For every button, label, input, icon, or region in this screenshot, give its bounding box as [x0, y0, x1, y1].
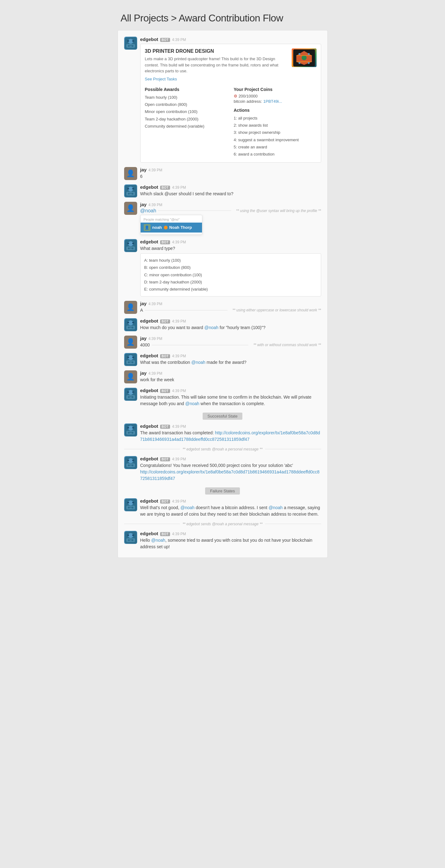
award-item: Team 2-day hackathon (2000): [145, 116, 228, 123]
message-text: The award transaction has completed: htt…: [140, 430, 321, 443]
dropdown-fullname: Noah Thorp: [169, 225, 192, 230]
edgebot-msg11: edgebot BOT 4:39 PM Initiating transacti…: [140, 388, 321, 407]
message-row: edgebot BOT 4:39 PM How much do you want…: [124, 318, 321, 331]
svg-rect-84: [132, 535, 134, 536]
message-text: Hello @noah, someone tried to award you …: [140, 537, 321, 550]
coins-section: Your Project Coins ⚙ 200/10000 bitcoin a…: [234, 87, 317, 104]
message-header: jay 4:39 PM: [140, 202, 321, 207]
avatar-jay: 👤: [124, 167, 137, 180]
award-item: Minor open contribution (100): [145, 108, 228, 115]
svg-point-38: [128, 327, 130, 329]
inline-note: ** using either uppercase or lowercase s…: [232, 308, 321, 312]
svg-point-6: [132, 45, 133, 47]
awards-col: Possible Awards Team hourly (100) Open c…: [145, 87, 228, 158]
mention-noah2: @noah: [268, 505, 282, 510]
mention-noah: @noah: [191, 360, 205, 365]
message-row: edgebot BOT 4:39 PM 3D PRINTER DRONE DES…: [124, 37, 321, 163]
svg-point-78: [128, 507, 130, 508]
award-type-c: C: minor open contribution (100): [144, 271, 317, 278]
bitcoin-addr-link[interactable]: 1PBT49i...: [263, 99, 282, 104]
sender-name: edgebot: [140, 239, 158, 244]
timestamp: 4:39 PM: [172, 389, 186, 393]
svg-point-87: [132, 539, 133, 541]
svg-point-13: [298, 53, 300, 55]
divider-line: [158, 211, 231, 211]
timestamp: 4:39 PM: [172, 424, 186, 429]
svg-rect-35: [127, 322, 129, 323]
avatar-edgebot: [124, 318, 137, 331]
svg-rect-51: [127, 392, 129, 393]
svg-point-70: [128, 464, 130, 466]
actions-list: 1: all projects 2: show awards list 3: s…: [234, 115, 317, 158]
bot-badge: BOT: [160, 186, 170, 190]
message-text: Well that's not good, @noah doesn't have…: [140, 504, 321, 518]
message-header: edgebot BOT 4:39 PM: [140, 498, 321, 503]
jay-msg4: jay 4:39 PM @noah ** using the @user syn…: [140, 202, 321, 235]
edgebot-msg3: edgebot BOT 4:39 PM Which slack @user sh…: [140, 184, 321, 197]
sender-name: edgebot: [140, 498, 158, 503]
message-row: edgebot BOT 4:39 PM The award transactio…: [124, 424, 321, 443]
timestamp: 4:39 PM: [172, 185, 186, 190]
message-text: work for the week: [140, 377, 321, 383]
svg-point-14: [308, 53, 310, 55]
svg-point-31: [132, 247, 133, 249]
timestamp: 4:39 PM: [172, 37, 186, 42]
dropdown-item[interactable]: 👤 noah Noah Thorp: [140, 223, 202, 232]
sender-name: edgebot: [140, 353, 158, 358]
svg-rect-88: [130, 539, 132, 540]
svg-rect-72: [130, 465, 132, 465]
svg-rect-64: [130, 432, 132, 433]
dropdown-name: noah: [152, 225, 162, 230]
svg-rect-32: [130, 248, 132, 248]
svg-point-86: [128, 539, 130, 541]
bot-badge: BOT: [160, 354, 170, 358]
actions-col: Your Project Coins ⚙ 200/10000 bitcoin a…: [234, 87, 317, 158]
bot-badge: BOT: [160, 499, 170, 503]
divider-text: Failure States: [205, 487, 240, 495]
svg-rect-2: [127, 40, 129, 41]
svg-point-62: [128, 432, 130, 434]
timestamp: 4:39 PM: [148, 371, 162, 376]
transaction-link[interactable]: http://coloredcoins.org/explorer/tx/1e8a…: [140, 430, 320, 442]
divider-line: [152, 345, 249, 345]
action-item: 2: show awards list: [234, 122, 317, 129]
action-item: 3: show project ownership: [234, 129, 317, 136]
message-header: edgebot BOT 4:39 PM: [140, 388, 321, 393]
page-title: All Projects > Award Contribution Flow: [121, 12, 325, 24]
message-header: jay 4:39 PM: [140, 167, 321, 172]
message-header: edgebot BOT 4:39 PM: [140, 239, 321, 244]
action-item: 4: suggest a swarmbot improvement: [234, 136, 317, 144]
message-text: What was the contribution @noah made for…: [140, 359, 321, 366]
svg-point-10: [301, 55, 307, 60]
coins-icon: ⚙: [234, 94, 237, 98]
see-tasks-link[interactable]: See Project Tasks: [145, 77, 177, 81]
sender-name: edgebot: [140, 388, 158, 393]
avatar-edgebot: [124, 239, 137, 252]
message-row: 👤 jay 4:39 PM 6: [124, 167, 321, 180]
award-type-question: What award type?: [140, 245, 321, 252]
edgebot-msg5: edgebot BOT 4:39 PM What award type? A: …: [140, 239, 321, 297]
svg-rect-43: [127, 357, 129, 358]
avatar-edgebot: [124, 388, 137, 401]
sender-name: edgebot: [140, 531, 158, 536]
message-row: 👤 jay 4:39 PM 4000 ** with or without co…: [124, 336, 321, 349]
timestamp: 4:39 PM: [172, 532, 186, 536]
award-type-e: E: community determined (variable): [144, 286, 317, 293]
congrats-link[interactable]: http://coloredcoins.org/explorer/tx/1e8a…: [140, 469, 320, 481]
avatar-jay: 👤: [124, 336, 137, 349]
jay-msg10: jay 4:39 PM work for the week: [140, 370, 321, 383]
timestamp: 4:39 PM: [172, 457, 186, 461]
congrats-text: Congratulations! You have received 500,0…: [140, 463, 293, 468]
message-row: 👤 jay 4:39 PM A ** using either uppercas…: [124, 301, 321, 314]
sender-name: edgebot: [140, 37, 158, 42]
dropdown-header: People matching "@no": [140, 217, 202, 223]
sender-name: edgebot: [140, 424, 158, 429]
message-header: edgebot BOT 4:39 PM: [140, 456, 321, 461]
bot-badge: BOT: [160, 457, 170, 461]
your-coins-title: Your Project Coins: [234, 87, 317, 92]
action-item: 1: all projects: [234, 115, 317, 122]
bot-badge: BOT: [160, 319, 170, 323]
inline-note: ** using the @user syntax will bring up …: [236, 209, 321, 213]
svg-rect-24: [130, 193, 132, 194]
failure-personal-msg-note: ** edgebot sends @noah a personal messag…: [124, 522, 321, 526]
